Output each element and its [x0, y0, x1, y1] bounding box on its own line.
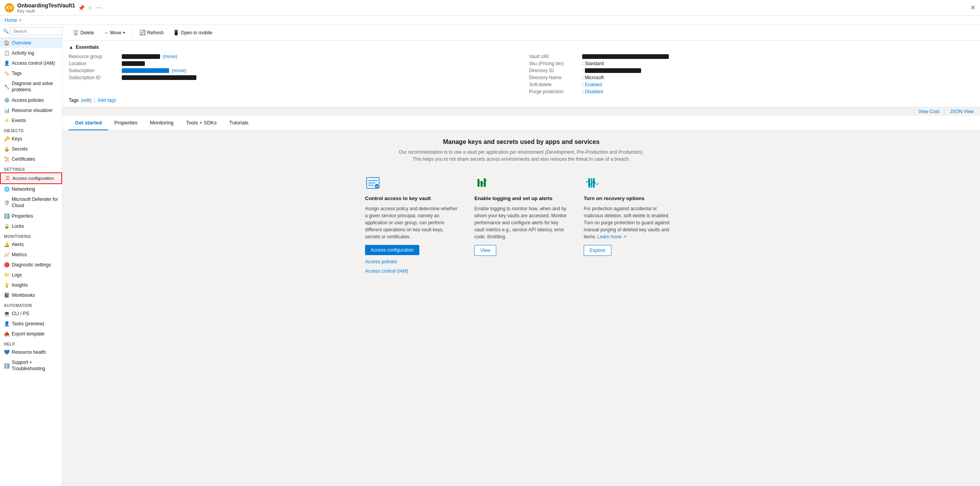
search-box: 🔍 ✕ — [0, 25, 62, 38]
page-subtitle: Our recommendation is to use a vault per… — [396, 149, 646, 163]
sidebar-item-workbooks[interactable]: 📓 Workbooks — [0, 290, 62, 300]
networking-icon: 🌐 — [4, 186, 9, 192]
sidebar-label-tags: Tags — [12, 71, 21, 76]
sidebar: 🔍 ✕ 🏠 Overview 📋 Activity log 👤 Access c… — [0, 25, 62, 486]
breadcrumb-home[interactable]: Home — [5, 18, 17, 23]
sidebar-label-diagnostic-settings: Diagnostic settings — [12, 262, 51, 268]
tags-add-link[interactable]: Add tags — [98, 98, 116, 103]
sidebar-item-tasks[interactable]: 👤 Tasks (preview) — [0, 319, 62, 329]
sidebar-item-access-configuration[interactable]: ☰ Access configuration — [0, 172, 62, 184]
tab-tools-sdks[interactable]: Tools + SDKs — [180, 116, 223, 130]
rg-move-link[interactable]: (move) — [163, 54, 177, 59]
sidebar-label-networking: Networking — [12, 186, 35, 192]
sidebar-item-export-template[interactable]: 📤 Export template — [0, 329, 62, 339]
access-configuration-button[interactable]: Access configuration — [365, 245, 419, 255]
sidebar-item-diagnose[interactable]: 🔧 Diagnose and solve problems — [0, 78, 62, 95]
open-mobile-icon: 📱 — [173, 30, 179, 35]
subscription-link[interactable]: ███████████████ — [122, 68, 169, 73]
resource-type: Key vault — [17, 9, 75, 13]
json-view-link[interactable]: JSON View — [950, 109, 974, 114]
resource-name: OnboardingTestVault1 — [17, 2, 75, 9]
star-icon[interactable]: ☆ — [88, 5, 93, 11]
sidebar-item-insights[interactable]: 💡 Insights — [0, 280, 62, 290]
sidebar-item-resource-visualizer[interactable]: 📊 Resource visualizer — [0, 105, 62, 115]
essentials-row-purge-protection: Purge protection : Disabled — [529, 88, 974, 95]
purge-protection-link[interactable]: Disabled — [585, 89, 603, 94]
sidebar-label-diagnose: Diagnose and solve problems — [12, 81, 58, 93]
tab-monitoring[interactable]: Monitoring — [144, 116, 180, 130]
refresh-button[interactable]: 🔄 Refresh — [135, 28, 167, 37]
sidebar-item-overview[interactable]: 🏠 Overview — [0, 38, 62, 48]
activity-log-icon: 📋 — [4, 50, 9, 56]
access-control-iam-link[interactable]: Access control (IAM) — [365, 268, 459, 274]
move-arrow-icon: → — [103, 30, 109, 35]
sidebar-label-support-troubleshooting: Support + Troubleshooting — [12, 360, 58, 372]
sidebar-item-activity-log[interactable]: 📋 Activity log — [0, 48, 62, 58]
sidebar-label-overview: Overview — [12, 40, 31, 46]
explore-button[interactable]: Explore — [584, 245, 611, 256]
export-template-icon: 📤 — [4, 331, 9, 337]
sidebar-label-events: Events — [12, 118, 26, 123]
subscription-move-link[interactable]: (move) — [172, 68, 186, 73]
sidebar-item-defender[interactable]: 🛡️ Microsoft Defender for Cloud — [0, 194, 62, 211]
sidebar-item-alerts[interactable]: 🔔 Alerts — [0, 239, 62, 250]
sidebar-label-locks: Locks — [12, 223, 24, 229]
sidebar-item-cli-ps[interactable]: 💻 CLI / PS — [0, 309, 62, 319]
essentials-row-location: Location ███████ — [69, 60, 513, 67]
search-input[interactable] — [11, 27, 62, 35]
control-access-icon — [365, 175, 381, 191]
sidebar-item-properties[interactable]: ℹ️ Properties — [0, 211, 62, 221]
tab-get-started[interactable]: Get started — [69, 116, 108, 130]
sidebar-item-keys[interactable]: 🔑 Keys — [0, 134, 62, 144]
top-right-actions: View Cost | JSON View — [62, 107, 980, 116]
section-help: Help — [0, 339, 62, 347]
soft-delete-link[interactable]: Enabled — [585, 82, 602, 87]
access-policies-link[interactable]: Access policies — [365, 259, 459, 264]
refresh-icon: 🔄 — [139, 30, 146, 35]
main-content: Manage keys and secrets used by apps and… — [62, 131, 980, 486]
sidebar-label-access-policies: Access policies — [12, 98, 44, 103]
sidebar-item-metrics[interactable]: 📈 Metrics — [0, 250, 62, 260]
essentials-row-directory-id: Directory ID : ██████████████████ — [529, 67, 974, 74]
enable-logging-icon — [474, 175, 490, 191]
sidebar-item-certificates[interactable]: 📜 Certificates — [0, 154, 62, 164]
sidebar-item-secrets[interactable]: 🔒 Secrets — [0, 144, 62, 154]
sidebar-item-support-troubleshooting[interactable]: ℹ️ Support + Troubleshooting — [0, 357, 62, 374]
feature-cards: Control access to key vault Assign acces… — [69, 175, 974, 274]
sidebar-item-resource-health[interactable]: 💙 Resource health — [0, 347, 62, 357]
enable-logging-title: Enable logging and set up alerts — [474, 195, 568, 202]
delete-button[interactable]: 🗑️ Delete — [69, 28, 98, 37]
recovery-options-title: Turn on recovery options — [584, 195, 677, 202]
alerts-icon: 🔔 — [4, 242, 9, 247]
sidebar-item-networking[interactable]: 🌐 Networking — [0, 184, 62, 194]
support-troubleshooting-icon: ℹ️ — [4, 363, 9, 369]
resource-info: OnboardingTestVault1 Key vault — [17, 2, 75, 13]
view-cost-link[interactable]: View Cost — [918, 109, 939, 114]
learn-more-link[interactable]: Learn more ↗ — [597, 234, 627, 239]
move-button[interactable]: → Move ▾ — [100, 28, 129, 37]
sidebar-item-logs[interactable]: 📁 Logs — [0, 270, 62, 280]
sidebar-item-locks[interactable]: 🔒 Locks — [0, 221, 62, 231]
sidebar-item-tags[interactable]: 🏷️ Tags — [0, 68, 62, 78]
sidebar-label-properties: Properties — [12, 213, 33, 219]
open-mobile-button[interactable]: 📱 Open in mobile — [169, 28, 216, 37]
resource-health-icon: 💙 — [4, 349, 9, 355]
pin-icon[interactable]: 📌 — [78, 5, 85, 11]
essentials-header[interactable]: ▲ Essentials — [69, 44, 974, 50]
sidebar-item-access-control[interactable]: 👤 Access control (IAM) — [0, 58, 62, 68]
close-button[interactable]: ✕ — [970, 4, 975, 11]
more-icon[interactable]: ⋯ — [96, 5, 102, 11]
sidebar-item-diagnostic-settings[interactable]: 🔴 Diagnostic settings — [0, 260, 62, 270]
essentials-grid: Resource group ████████████ (move) Locat… — [69, 53, 974, 95]
essentials-label: Essentials — [76, 44, 99, 50]
resource-visualizer-icon: 📊 — [4, 108, 9, 113]
sidebar-item-events[interactable]: ⚡ Events — [0, 115, 62, 126]
tab-tutorials[interactable]: Tutorials — [223, 116, 255, 130]
sidebar-label-tasks: Tasks (preview) — [12, 321, 44, 326]
view-button[interactable]: View — [474, 245, 496, 256]
breadcrumb: Home > — [0, 16, 980, 25]
sidebar-label-activity-log: Activity log — [12, 50, 34, 56]
tags-edit-link[interactable]: (edit) — [81, 98, 91, 103]
sidebar-item-access-policies[interactable]: ⚙️ Access policies — [0, 95, 62, 105]
tab-properties[interactable]: Properties — [108, 116, 144, 130]
